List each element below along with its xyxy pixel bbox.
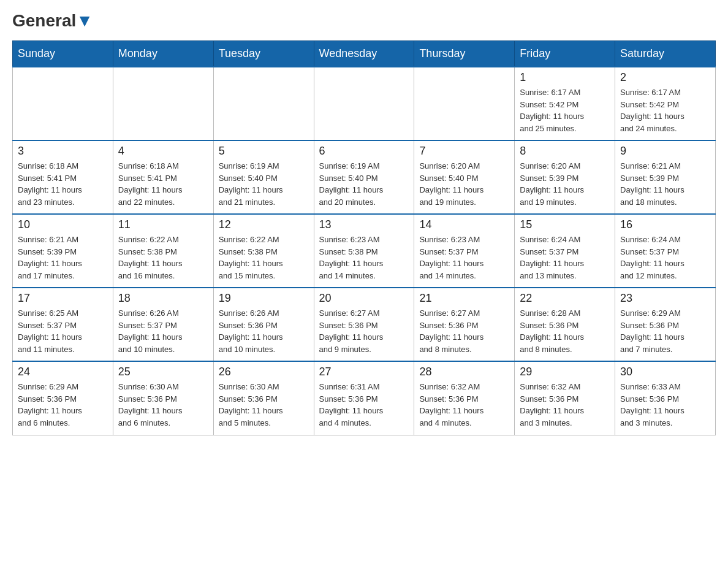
day-number: 23	[620, 292, 710, 305]
calendar-header-saturday: Saturday	[615, 41, 716, 67]
day-info: Sunrise: 6:18 AMSunset: 5:41 PMDaylight:…	[118, 160, 208, 208]
day-info: Sunrise: 6:26 AMSunset: 5:36 PMDaylight:…	[219, 307, 309, 355]
calendar-cell: 9Sunrise: 6:21 AMSunset: 5:39 PMDaylight…	[615, 140, 716, 214]
day-number: 10	[18, 218, 108, 231]
day-info: Sunrise: 6:17 AMSunset: 5:42 PMDaylight:…	[520, 86, 610, 134]
calendar-cell: 13Sunrise: 6:23 AMSunset: 5:38 PMDayligh…	[314, 214, 414, 288]
day-number: 25	[118, 366, 208, 378]
calendar-cell	[13, 67, 113, 140]
day-number: 13	[319, 218, 409, 231]
calendar-cell: 11Sunrise: 6:22 AMSunset: 5:38 PMDayligh…	[113, 214, 213, 288]
day-info: Sunrise: 6:21 AMSunset: 5:39 PMDaylight:…	[620, 160, 710, 208]
day-number: 28	[419, 366, 509, 378]
calendar-cell: 7Sunrise: 6:20 AMSunset: 5:40 PMDaylight…	[414, 140, 515, 214]
week-row-2: 3Sunrise: 6:18 AMSunset: 5:41 PMDaylight…	[13, 140, 716, 214]
day-number: 30	[620, 366, 710, 378]
day-info: Sunrise: 6:30 AMSunset: 5:36 PMDaylight:…	[219, 381, 309, 429]
calendar-header-sunday: Sunday	[13, 41, 113, 67]
day-info: Sunrise: 6:20 AMSunset: 5:40 PMDaylight:…	[419, 160, 509, 208]
day-number: 1	[520, 71, 610, 84]
day-number: 16	[620, 218, 710, 231]
day-number: 12	[219, 218, 309, 231]
day-info: Sunrise: 6:18 AMSunset: 5:41 PMDaylight:…	[18, 160, 108, 208]
calendar-cell: 21Sunrise: 6:27 AMSunset: 5:36 PMDayligh…	[414, 288, 515, 361]
day-number: 21	[419, 292, 509, 305]
day-number: 26	[219, 366, 309, 378]
calendar-cell: 20Sunrise: 6:27 AMSunset: 5:36 PMDayligh…	[314, 288, 414, 361]
day-info: Sunrise: 6:32 AMSunset: 5:36 PMDaylight:…	[419, 381, 509, 429]
day-info: Sunrise: 6:26 AMSunset: 5:37 PMDaylight:…	[118, 307, 208, 355]
day-number: 2	[620, 71, 710, 84]
day-number: 15	[520, 218, 610, 231]
day-info: Sunrise: 6:20 AMSunset: 5:39 PMDaylight:…	[520, 160, 610, 208]
day-number: 9	[620, 145, 710, 158]
day-info: Sunrise: 6:29 AMSunset: 5:36 PMDaylight:…	[620, 307, 710, 355]
calendar-cell	[314, 67, 414, 140]
logo-general-text: General▼	[12, 12, 93, 29]
day-info: Sunrise: 6:22 AMSunset: 5:38 PMDaylight:…	[118, 234, 208, 282]
calendar-header-thursday: Thursday	[414, 41, 515, 67]
day-number: 5	[219, 145, 309, 158]
logo: General▼	[12, 12, 93, 28]
calendar-cell: 19Sunrise: 6:26 AMSunset: 5:36 PMDayligh…	[213, 288, 314, 361]
calendar-cell: 6Sunrise: 6:19 AMSunset: 5:40 PMDaylight…	[314, 140, 414, 214]
day-info: Sunrise: 6:27 AMSunset: 5:36 PMDaylight:…	[319, 307, 409, 355]
day-number: 14	[419, 218, 509, 231]
calendar-cell: 24Sunrise: 6:29 AMSunset: 5:36 PMDayligh…	[13, 361, 113, 435]
calendar-cell: 26Sunrise: 6:30 AMSunset: 5:36 PMDayligh…	[213, 361, 314, 435]
calendar-cell: 30Sunrise: 6:33 AMSunset: 5:36 PMDayligh…	[615, 361, 716, 435]
day-info: Sunrise: 6:21 AMSunset: 5:39 PMDaylight:…	[18, 234, 108, 282]
day-info: Sunrise: 6:22 AMSunset: 5:38 PMDaylight:…	[219, 234, 309, 282]
calendar-cell: 8Sunrise: 6:20 AMSunset: 5:39 PMDaylight…	[515, 140, 615, 214]
day-info: Sunrise: 6:24 AMSunset: 5:37 PMDaylight:…	[520, 234, 610, 282]
calendar-cell: 10Sunrise: 6:21 AMSunset: 5:39 PMDayligh…	[13, 214, 113, 288]
calendar-cell: 25Sunrise: 6:30 AMSunset: 5:36 PMDayligh…	[113, 361, 213, 435]
day-number: 22	[520, 292, 610, 305]
calendar-cell: 2Sunrise: 6:17 AMSunset: 5:42 PMDaylight…	[615, 67, 716, 140]
calendar-header-monday: Monday	[113, 41, 213, 67]
calendar-cell: 14Sunrise: 6:23 AMSunset: 5:37 PMDayligh…	[414, 214, 515, 288]
calendar-header-friday: Friday	[515, 41, 615, 67]
calendar-cell	[414, 67, 515, 140]
day-info: Sunrise: 6:23 AMSunset: 5:38 PMDaylight:…	[319, 234, 409, 282]
calendar-cell: 29Sunrise: 6:32 AMSunset: 5:36 PMDayligh…	[515, 361, 615, 435]
day-info: Sunrise: 6:27 AMSunset: 5:36 PMDaylight:…	[419, 307, 509, 355]
calendar-cell: 1Sunrise: 6:17 AMSunset: 5:42 PMDaylight…	[515, 67, 615, 140]
day-info: Sunrise: 6:33 AMSunset: 5:36 PMDaylight:…	[620, 381, 710, 429]
calendar-cell: 27Sunrise: 6:31 AMSunset: 5:36 PMDayligh…	[314, 361, 414, 435]
day-number: 19	[219, 292, 309, 305]
calendar-header-wednesday: Wednesday	[314, 41, 414, 67]
calendar-cell: 16Sunrise: 6:24 AMSunset: 5:37 PMDayligh…	[615, 214, 716, 288]
day-info: Sunrise: 6:23 AMSunset: 5:37 PMDaylight:…	[419, 234, 509, 282]
day-info: Sunrise: 6:28 AMSunset: 5:36 PMDaylight:…	[520, 307, 610, 355]
calendar-table: SundayMondayTuesdayWednesdayThursdayFrid…	[12, 40, 716, 435]
calendar-cell: 22Sunrise: 6:28 AMSunset: 5:36 PMDayligh…	[515, 288, 615, 361]
calendar-cell	[113, 67, 213, 140]
calendar-cell: 23Sunrise: 6:29 AMSunset: 5:36 PMDayligh…	[615, 288, 716, 361]
calendar-cell: 15Sunrise: 6:24 AMSunset: 5:37 PMDayligh…	[515, 214, 615, 288]
calendar-header-row: SundayMondayTuesdayWednesdayThursdayFrid…	[13, 41, 716, 67]
day-number: 6	[319, 145, 409, 158]
calendar-header-tuesday: Tuesday	[213, 41, 314, 67]
week-row-4: 17Sunrise: 6:25 AMSunset: 5:37 PMDayligh…	[13, 288, 716, 361]
day-info: Sunrise: 6:19 AMSunset: 5:40 PMDaylight:…	[319, 160, 409, 208]
day-number: 4	[118, 145, 208, 158]
day-number: 20	[319, 292, 409, 305]
calendar-cell: 17Sunrise: 6:25 AMSunset: 5:37 PMDayligh…	[13, 288, 113, 361]
day-number: 8	[520, 145, 610, 158]
day-number: 24	[18, 366, 108, 378]
calendar-cell: 4Sunrise: 6:18 AMSunset: 5:41 PMDaylight…	[113, 140, 213, 214]
day-number: 11	[118, 218, 208, 231]
day-number: 17	[18, 292, 108, 305]
week-row-3: 10Sunrise: 6:21 AMSunset: 5:39 PMDayligh…	[13, 214, 716, 288]
day-info: Sunrise: 6:32 AMSunset: 5:36 PMDaylight:…	[520, 381, 610, 429]
page-header: General▼	[12, 12, 716, 28]
calendar-cell: 28Sunrise: 6:32 AMSunset: 5:36 PMDayligh…	[414, 361, 515, 435]
calendar-cell: 5Sunrise: 6:19 AMSunset: 5:40 PMDaylight…	[213, 140, 314, 214]
day-info: Sunrise: 6:17 AMSunset: 5:42 PMDaylight:…	[620, 86, 710, 134]
day-info: Sunrise: 6:25 AMSunset: 5:37 PMDaylight:…	[18, 307, 108, 355]
week-row-5: 24Sunrise: 6:29 AMSunset: 5:36 PMDayligh…	[13, 361, 716, 435]
day-number: 3	[18, 145, 108, 158]
day-number: 27	[319, 366, 409, 378]
day-number: 18	[118, 292, 208, 305]
